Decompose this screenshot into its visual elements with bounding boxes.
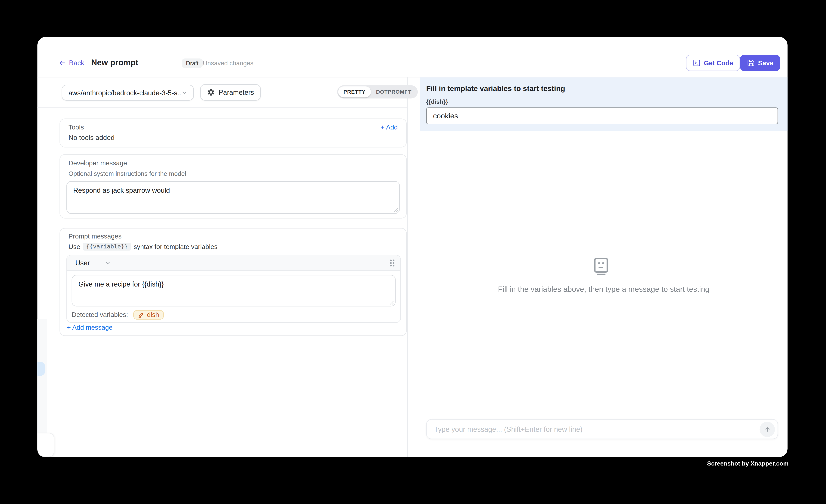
corner-panel xyxy=(37,433,54,457)
save-button[interactable]: Save xyxy=(740,55,780,71)
model-select-value: aws/anthropic/bedrock-claude-3-5-s... xyxy=(68,89,181,97)
drag-handle-icon[interactable] xyxy=(389,259,395,267)
page-title: New prompt xyxy=(91,58,138,68)
tools-empty-text: No tools added xyxy=(68,134,398,142)
status-badge: Draft xyxy=(182,58,203,68)
detected-variables-label: Detected variables: xyxy=(72,311,128,318)
back-button[interactable]: Back xyxy=(58,55,84,70)
get-code-button[interactable]: Get Code xyxy=(686,55,740,71)
add-tool-button[interactable]: + Add xyxy=(381,124,398,131)
prompt-messages-card: Prompt messages Use {{variable}} syntax … xyxy=(60,228,407,336)
prompt-messages-title: Prompt messages xyxy=(68,233,400,240)
save-label: Save xyxy=(758,59,773,67)
terminal-code-icon xyxy=(693,59,701,67)
chat-message-input[interactable] xyxy=(427,425,760,433)
empty-state-text: Fill in the variables above, then type a… xyxy=(420,285,787,293)
variables-panel: Fill in template variables to start test… xyxy=(420,77,787,131)
send-button[interactable] xyxy=(760,422,775,437)
back-arrow-icon xyxy=(58,59,66,67)
developer-message-card: Developer message Optional system instru… xyxy=(60,154,407,218)
parameters-button[interactable]: Parameters xyxy=(200,84,261,101)
hint-prefix: Use xyxy=(68,243,80,250)
role-select[interactable]: User xyxy=(75,259,111,267)
watermark-text: Screenshot by Xnapper.com xyxy=(707,460,789,467)
add-message-button[interactable]: + Add message xyxy=(67,324,112,331)
toggle-dotprompt[interactable]: DOTPROMPT xyxy=(371,86,417,98)
toggle-pretty[interactable]: PRETTY xyxy=(338,86,371,98)
role-select-value: User xyxy=(75,259,90,267)
parameters-label: Parameters xyxy=(219,88,254,96)
message-header: User xyxy=(67,255,400,270)
variable-syntax-chip: {{variable}} xyxy=(83,243,131,251)
panel-divider xyxy=(407,77,408,457)
variable-value-input[interactable] xyxy=(426,107,778,124)
developer-message-subtitle: Optional system instructions for the mod… xyxy=(68,170,400,177)
save-floppy-icon xyxy=(747,59,755,67)
variable-name-label: {{dish}} xyxy=(426,99,448,105)
gear-icon xyxy=(207,88,215,96)
chevron-down-icon xyxy=(181,89,188,96)
arrow-up-icon xyxy=(764,425,771,433)
message-block: User Give me a recipe for {{dish}} Detec… xyxy=(66,255,401,323)
tools-title: Tools xyxy=(68,124,84,131)
hint-suffix: syntax for template variables xyxy=(134,243,217,250)
variables-panel-title: Fill in template variables to start test… xyxy=(426,84,565,93)
screenshot-stage: Back New prompt Draft Unsaved changes Ge… xyxy=(0,0,826,504)
unsaved-changes-text: Unsaved changes xyxy=(203,60,253,67)
chevron-down-icon xyxy=(105,259,111,266)
scroll-thumb xyxy=(37,362,45,376)
variable-chip-label: dish xyxy=(147,311,159,318)
chat-input-bar xyxy=(426,419,778,439)
edit-pencil-icon xyxy=(138,312,144,318)
message-textarea[interactable]: Give me a recipe for {{dish}} xyxy=(72,275,396,306)
tools-card: Tools + Add No tools added xyxy=(60,118,407,147)
model-select[interactable]: aws/anthropic/bedrock-claude-3-5-s... xyxy=(62,85,194,101)
robot-face-icon xyxy=(594,257,608,275)
app-window: Back New prompt Draft Unsaved changes Ge… xyxy=(37,37,787,457)
developer-message-textarea[interactable]: Respond as jack sparrow would xyxy=(66,181,400,214)
format-toggle: PRETTY DOTPROMPT xyxy=(337,85,418,99)
variable-chip-dish[interactable]: dish xyxy=(133,310,164,320)
back-label: Back xyxy=(69,59,84,67)
toolbar-divider xyxy=(37,107,407,108)
developer-message-title: Developer message xyxy=(68,160,400,167)
get-code-label: Get Code xyxy=(704,59,733,67)
